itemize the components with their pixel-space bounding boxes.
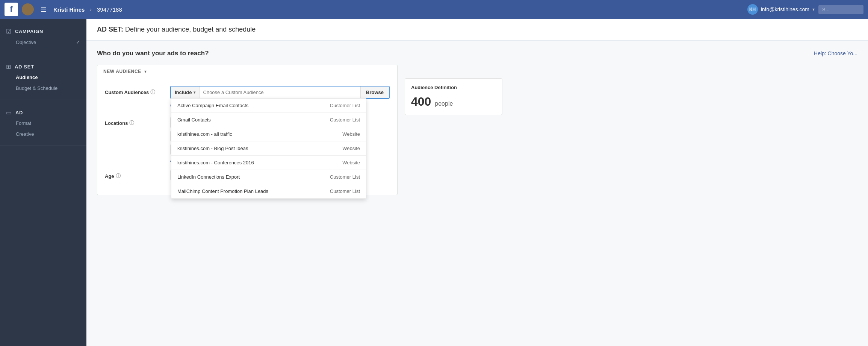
dropdown-item-type-6: Customer List [330,188,360,194]
ad-label: AD [15,110,23,115]
dropdown-item-name-5: LinkedIn Connections Export [177,174,240,180]
include-label: Include [175,90,192,95]
age-label: Age ⓘ [105,170,165,179]
sidebar-item-format-label: Format [16,120,31,126]
dropdown-item-5[interactable]: LinkedIn Connections Export Customer Lis… [171,170,366,184]
audience-definition-panel: Audience Definition 400 people [405,78,502,115]
dropdown-item-name-0: Active Campaign Email Contacts [177,103,248,108]
dropdown-item-name-6: MailChimp Content Promotion Plan Leads [177,188,268,194]
dropdown-item-type-3: Website [342,146,360,151]
dropdown-item-type-1: Customer List [330,117,360,123]
dropdown-item-name-3: kristihines.com - Blog Post Ideas [177,146,248,151]
custom-audiences-label: Custom Audiences ⓘ [105,86,165,96]
sidebar-item-audience-label: Audience [16,74,38,80]
include-dropdown[interactable]: Include ▾ [171,86,200,98]
dropdown-item-2[interactable]: kristihines.com - all traffic Website [171,127,366,141]
browse-button[interactable]: Browse [360,86,389,98]
custom-audience-input[interactable] [200,86,361,98]
sidebar-item-objective[interactable]: Objective ✓ [0,36,86,48]
user-email: info@kristihines.com [761,6,809,12]
campaign-label: CAMPAIGN [15,29,43,34]
locations-label: Locations ⓘ [105,117,165,126]
sidebar-item-creative[interactable]: Creative [0,129,86,140]
dropdown-item-type-5: Customer List [330,174,360,180]
custom-audiences-row: Custom Audiences ⓘ Include ▾ Browse [105,86,390,110]
audience-input-container: Include ▾ Browse Active Campaign Email C… [170,86,390,99]
sidebar-item-audience[interactable]: Audience [0,72,86,83]
menu-icon[interactable]: ☰ [38,4,50,15]
sidebar: ☑ CAMPAIGN Objective ✓ ⊞ AD SET Audience… [0,19,86,346]
new-audience-bar[interactable]: NEW AUDIENCE ▾ [97,65,398,78]
objective-check-icon: ✓ [76,39,80,45]
audience-dropdown-menu: Active Campaign Email Contacts Customer … [171,98,366,199]
user-area: KH info@kristihines.com ▾ [747,4,815,15]
audience-def-title: Audience Definition [411,85,496,90]
include-caret-icon: ▾ [194,90,195,94]
adset-header: AD SET: Define your audience, budget and… [86,19,868,41]
dropdown-item-name-1: Gmail Contacts [177,117,211,123]
audience-people-count-area: 400 people [411,95,496,109]
audience-section: Who do you want your ads to reach? Help:… [86,41,868,346]
audience-form-panel: Custom Audiences ⓘ Include ▾ Browse [97,78,398,195]
sidebar-item-budget-label: Budget & Schedule [16,85,57,91]
adset-title: AD SET: Define your audience, budget and… [97,26,857,33]
dropdown-item-1[interactable]: Gmail Contacts Customer List [171,113,366,127]
adset-title-prefix: AD SET: [97,26,123,33]
adset-label: AD SET [15,64,34,70]
breadcrumb-arrow: › [90,6,92,12]
audience-question: Who do you want your ads to reach? [97,50,209,57]
audience-question-row: Who do you want your ads to reach? Help:… [97,50,857,57]
dropdown-item-name-4: kristihines.com - Conferences 2016 [177,160,254,165]
adset-icon: ⊞ [6,63,11,70]
user-avatar [22,3,34,15]
user-initials-badge: KH [747,4,758,15]
sidebar-item-objective-label: Objective [16,39,36,45]
dropdown-item-type-0: Customer List [330,103,360,108]
main-content: AD SET: Define your audience, budget and… [86,19,868,346]
sidebar-item-creative-label: Creative [16,131,34,137]
dropdown-item-type-4: Website [342,160,360,165]
campaign-icon: ☑ [6,28,11,35]
locations-info-icon[interactable]: ⓘ [129,120,134,126]
sidebar-adset-section: ⊞ AD SET Audience Budget & Schedule [0,54,86,100]
help-link[interactable]: Help: Choose Yo... [814,50,857,56]
age-info-icon[interactable]: ⓘ [116,173,121,179]
people-label: people [435,100,453,107]
adset-title-suffix: Define your audience, budget and schedul… [125,26,256,33]
top-navigation: f ☰ Kristi Hines › 39477188 KH info@kris… [0,0,868,19]
people-count: 400 [411,95,431,108]
user-name: Kristi Hines [53,6,85,13]
sidebar-campaign-section: ☑ CAMPAIGN Objective ✓ [0,19,86,54]
sidebar-item-format[interactable]: Format [0,118,86,129]
custom-audiences-control: Include ▾ Browse Active Campaign Email C… [170,86,390,110]
sidebar-ad-header: ▭ AD [0,106,86,118]
dropdown-item-6[interactable]: MailChimp Content Promotion Plan Leads C… [171,184,366,199]
custom-audiences-info-icon[interactable]: ⓘ [150,89,155,96]
search-input[interactable] [818,5,863,14]
facebook-logo: f [5,3,18,16]
sidebar-item-budget-schedule[interactable]: Budget & Schedule [0,83,86,94]
sidebar-adset-header: ⊞ AD SET [0,60,86,72]
ad-icon: ▭ [6,109,12,116]
email-dropdown-arrow[interactable]: ▾ [812,7,815,12]
new-audience-arrow-icon: ▾ [144,69,147,74]
sidebar-campaign-header: ☑ CAMPAIGN [0,25,86,36]
dropdown-item-name-2: kristihines.com - all traffic [177,131,232,137]
dropdown-item-3[interactable]: kristihines.com - Blog Post Ideas Websit… [171,141,366,156]
account-id: 39477188 [97,6,122,13]
dropdown-item-4[interactable]: kristihines.com - Conferences 2016 Websi… [171,156,366,170]
dropdown-item-0[interactable]: Active Campaign Email Contacts Customer … [171,99,366,113]
new-audience-label: NEW AUDIENCE [103,69,141,74]
sidebar-ad-section: ▭ AD Format Creative [0,100,86,146]
dropdown-item-type-2: Website [342,131,360,137]
